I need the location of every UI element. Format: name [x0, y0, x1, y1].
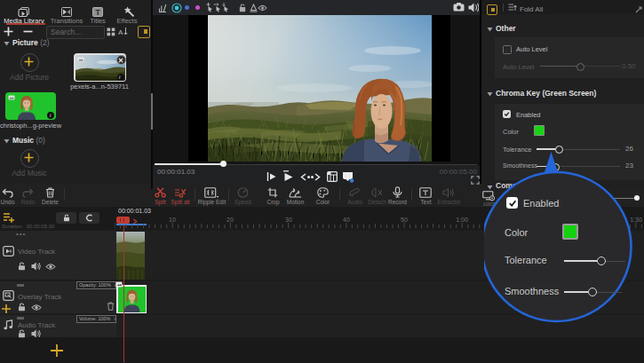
svg-text:40: 40 [343, 217, 350, 223]
svg-text:1:00: 1:00 [456, 217, 468, 223]
svg-text:20: 20 [227, 217, 234, 223]
svg-text:T: T [95, 8, 100, 17]
svg-text:30: 30 [285, 217, 292, 223]
svg-text:50: 50 [401, 217, 408, 223]
svg-text:A: A [118, 28, 123, 36]
svg-text:10: 10 [169, 217, 176, 223]
